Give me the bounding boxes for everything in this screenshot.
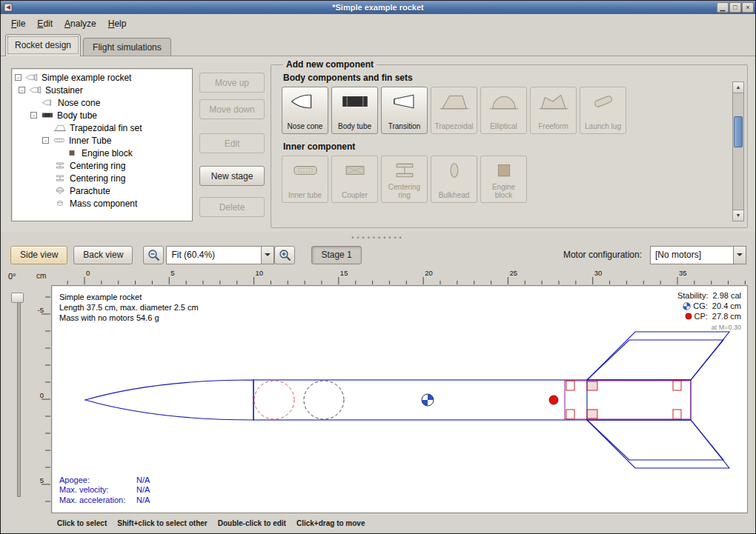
tree-item-mass-component[interactable]: Mass component (13, 197, 190, 210)
tree-item-trapezoidal-fin-set[interactable]: Trapezoidal fin set (13, 121, 190, 134)
splitter-grip[interactable]: •••••••••• (351, 236, 405, 240)
rocket-length-text: Length 37.5 cm, max. diameter 2.5 cm (59, 302, 199, 313)
rocket-glyph (25, 73, 39, 81)
zoom-in-button[interactable] (274, 246, 295, 264)
inner-tube-outline[interactable] (565, 381, 691, 419)
component-button-label: Trapezoidal (434, 123, 475, 131)
menu-file[interactable]: File (5, 16, 31, 32)
tree-item-nose-cone[interactable]: Nose cone (13, 96, 190, 109)
tree-item-centering-ring[interactable]: Centering ring (13, 159, 190, 172)
menu-analyze[interactable]: Analyze (59, 16, 102, 32)
zoom-value: Fit (60.4%) (167, 250, 261, 260)
cg-symbol (422, 394, 434, 406)
body-tube-button[interactable]: Body tube (331, 87, 378, 134)
rocket-info: Simple example rocket Length 37.5 cm, ma… (59, 292, 199, 323)
new-stage-button[interactable]: New stage (199, 166, 265, 186)
minimize-button[interactable]: ▁ (717, 2, 729, 13)
tree-expander-icon[interactable]: - (19, 87, 25, 93)
fin-freeform-glyph (537, 92, 570, 111)
cg-icon (683, 302, 691, 310)
parachute-outline[interactable] (254, 381, 294, 419)
tree-item-simple-example-rocket[interactable]: -Simple example rocket (13, 71, 190, 84)
scroll-up-icon[interactable]: ▲ (733, 82, 743, 93)
tree-item-engine-block[interactable]: Engine block (13, 147, 190, 159)
fin-trapezoidal-glyph (53, 124, 67, 132)
engine-block-mark[interactable] (587, 410, 597, 418)
back-view-button[interactable]: Back view (73, 246, 133, 264)
tree-item-parachute[interactable]: Parachute (13, 184, 190, 197)
inner-tube-button: Inner tube (282, 156, 328, 203)
scroll-down-icon[interactable]: ▼ (733, 210, 743, 221)
stage-glyph (29, 86, 42, 94)
component-button-label: Launch lug (583, 123, 623, 131)
tab-flight-simulations[interactable]: Flight simulations (83, 38, 171, 56)
menu-help[interactable]: Help (102, 16, 133, 32)
centering-ring-mark[interactable] (566, 381, 574, 390)
centeringring-glyph (53, 174, 67, 182)
centering-ring-mark[interactable] (566, 410, 574, 419)
engine-block-mark[interactable] (587, 381, 597, 390)
tree-item-label: Nose cone (58, 98, 100, 108)
maximize-button[interactable]: □ (729, 2, 741, 13)
nose-cone-button[interactable]: Nose cone (282, 87, 328, 134)
tree-item-body-tube[interactable]: -Body tube (13, 109, 190, 121)
innertube-icon (51, 136, 67, 144)
svg-text:20: 20 (425, 269, 433, 277)
body-tube-outline[interactable] (253, 380, 691, 420)
menu-edit[interactable]: Edit (31, 16, 59, 32)
tree-expander-icon[interactable]: - (15, 74, 21, 81)
transition-button[interactable]: Transition (381, 87, 428, 134)
fin-elliptical-icon (488, 91, 520, 111)
rotation-slider-handle[interactable] (11, 293, 24, 303)
close-button[interactable]: × (742, 2, 754, 13)
tab-rocket-design[interactable]: Rocket design (5, 34, 81, 56)
stability-info: Stability:2.98 cal CG:20.4 cm CP:27.8 cm… (677, 290, 741, 333)
rotation-slider-track[interactable] (17, 296, 21, 497)
component-scrollbar[interactable]: ▲ ▼ (732, 81, 744, 221)
stage-1-toggle[interactable]: Stage 1 (311, 246, 361, 264)
motor-configuration-select[interactable]: [No motors] (650, 246, 746, 264)
tree-action-buttons: Move upMove downEditNew stageDelete (199, 73, 265, 217)
app-icon[interactable] (3, 2, 13, 13)
tree-item-inner-tube[interactable]: -Inner Tube (13, 134, 190, 147)
centering-ring-mark[interactable] (673, 410, 681, 419)
centering-ring-mark[interactable] (673, 381, 681, 390)
tree-item-centering-ring[interactable]: Centering ring (13, 172, 190, 184)
tree-item-label: Body tube (57, 110, 97, 121)
parachute-glyph (53, 187, 67, 195)
tree-item-label: Engine block (82, 148, 133, 158)
tree-expander-icon[interactable]: - (30, 112, 37, 119)
zoom-out-button[interactable] (143, 246, 164, 264)
nose-cone-outline[interactable] (85, 380, 253, 420)
innertube-icon (289, 160, 322, 180)
rocket-canvas[interactable]: Simple example rocket Length 37.5 cm, ma… (51, 285, 748, 513)
transition-icon (388, 91, 421, 111)
pane-splitter[interactable]: •••••••••• (1, 233, 755, 242)
centering-ring-button: Centering ring (381, 156, 428, 203)
svg-text:10: 10 (256, 269, 264, 277)
mass-component-outline[interactable] (304, 381, 344, 419)
fin-outline[interactable] (587, 332, 729, 380)
nosecone-glyph (289, 92, 322, 111)
freeform-button: Freeform (530, 87, 577, 134)
component-button-label: Nose cone (286, 123, 325, 131)
chevron-down-icon[interactable] (733, 247, 746, 264)
flight-value: N/A (136, 485, 150, 494)
flight-value: N/A (136, 495, 150, 504)
tree-expander-icon[interactable]: - (42, 137, 49, 144)
zoom-select[interactable]: Fit (60.4%) (166, 246, 274, 264)
svg-text:25: 25 (509, 269, 517, 277)
bodytube-icon (339, 91, 371, 111)
svg-text:0: 0 (86, 269, 90, 277)
titlebar[interactable]: *Simple example rocket ▁□× (1, 1, 755, 14)
side-view-button[interactable]: Side view (10, 246, 67, 264)
centeringring-glyph (53, 161, 67, 170)
stability-readout: Stability:2.98 cal (677, 290, 741, 301)
svg-text:5: 5 (170, 269, 174, 277)
tree-item-sustainer[interactable]: -Sustainer (13, 84, 190, 96)
fin-outline[interactable] (587, 420, 729, 468)
scrollbar-thumb[interactable] (734, 116, 743, 147)
tree-item-label: Inner Tube (69, 136, 111, 146)
component-tree[interactable]: -Simple example rocket-SustainerNose con… (11, 68, 193, 221)
chevron-down-icon[interactable] (261, 247, 273, 264)
